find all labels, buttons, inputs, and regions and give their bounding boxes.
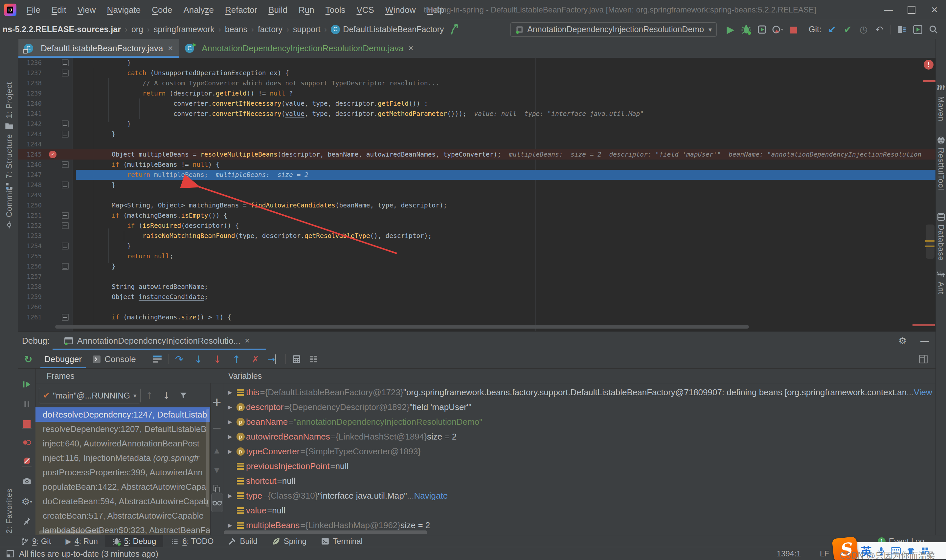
code-text[interactable]: converter.convertIfNecessary(value, type…: [76, 109, 935, 119]
breakpoint-icon[interactable]: ✓: [49, 151, 57, 158]
menu-item-edit[interactable]: Edit: [46, 0, 72, 20]
fold-marker-icon[interactable]: [62, 69, 69, 77]
gutter-icon-area[interactable]: [45, 302, 60, 312]
fold-area[interactable]: [60, 302, 70, 312]
fold-area[interactable]: [60, 88, 70, 98]
hide-panel-icon[interactable]: —: [920, 336, 929, 346]
status-widget[interactable]: LF: [820, 549, 829, 558]
variable-row[interactable]: value = null: [223, 503, 935, 518]
editor[interactable]: 1236 }1237 catch (UnsupportedOperationEx…: [18, 58, 935, 331]
code-line-1252[interactable]: 1252 if (isRequired(descriptor)) {: [18, 221, 935, 231]
error-stripe-mark[interactable]: [923, 80, 935, 82]
rollback-icon[interactable]: ↶: [871, 22, 887, 37]
filter-funnel-icon[interactable]: [175, 388, 192, 403]
fold-area[interactable]: [60, 282, 70, 292]
code-text[interactable]: [76, 139, 935, 149]
settings-grid-icon[interactable]: [306, 352, 321, 367]
gutter-icon-area[interactable]: [45, 119, 60, 129]
menu-item-file[interactable]: File: [21, 0, 46, 20]
remove-watch-icon[interactable]: −: [211, 421, 223, 435]
expand-arrow-icon[interactable]: ▶: [225, 522, 235, 529]
expand-arrow-icon[interactable]: ▶: [225, 492, 235, 499]
drop-frame-icon[interactable]: ✗: [248, 352, 263, 367]
fold-area[interactable]: [60, 129, 70, 139]
gutter-icon-area[interactable]: [45, 292, 60, 302]
menu-item-navigate[interactable]: Navigate: [102, 0, 146, 20]
code-area[interactable]: 1236 }1237 catch (UnsupportedOperationEx…: [18, 58, 935, 322]
fold-area[interactable]: [60, 68, 70, 78]
toolwindow-button-4-run[interactable]: ▶4: Run: [58, 535, 105, 547]
fold-area[interactable]: [60, 292, 70, 302]
variable-row[interactable]: ▶pautowiredBeanNames = {LinkedHashSet@18…: [223, 429, 935, 444]
expand-arrow-icon[interactable]: ▶: [225, 389, 235, 396]
code-line-1257[interactable]: 1257: [18, 271, 935, 282]
stop-icon[interactable]: ■: [786, 22, 801, 37]
code-text[interactable]: raiseNoMatchingBeanFound(type, descripto…: [76, 231, 935, 241]
fold-area[interactable]: [60, 78, 70, 88]
fold-area[interactable]: [60, 211, 70, 221]
minimize-button[interactable]: —: [877, 0, 900, 20]
line-number[interactable]: 1245: [18, 149, 45, 160]
run-to-cursor-icon[interactable]: →▏: [267, 352, 282, 367]
expand-arrow-icon[interactable]: ▶: [225, 404, 235, 411]
menu-item-build[interactable]: Build: [263, 0, 293, 20]
camera-icon[interactable]: [18, 473, 35, 489]
frame-row[interactable]: inject:116, InjectionMetadata (org.sprin…: [35, 451, 210, 465]
code-text[interactable]: }: [76, 119, 935, 129]
fold-area[interactable]: [60, 190, 70, 200]
code-text[interactable]: return multipleBeans; multipleBeans: siz…: [76, 170, 935, 180]
code-text[interactable]: if (isRequired(descriptor)) {: [76, 221, 935, 231]
rerun-icon[interactable]: ↻: [21, 352, 36, 367]
code-text[interactable]: if (matchingBeans.isEmpty()) {: [76, 211, 935, 221]
gutter-icon-area[interactable]: [45, 231, 60, 241]
frame-row[interactable]: doCreateBean:594, AbstractAutowireCapab: [35, 494, 210, 508]
code-line-1242[interactable]: 1242 }: [18, 119, 935, 129]
variable-row[interactable]: ▶this = {DefaultListableBeanFactory@1723…: [223, 385, 935, 400]
code-text[interactable]: }: [76, 241, 935, 251]
code-text[interactable]: String autowiredBeanName;: [76, 282, 935, 292]
toolwindow-button-build[interactable]: Build: [221, 535, 264, 547]
frames-vertical-scrollbar[interactable]: [206, 409, 209, 507]
code-text[interactable]: Object instanceCandidate;: [76, 292, 935, 302]
gutter-icon-area[interactable]: [45, 221, 60, 231]
variable-row[interactable]: ▶pdescriptor = {DependencyDescriptor@189…: [223, 400, 935, 415]
frame-row[interactable]: resolveDependency:1207, DefaultListableB: [35, 422, 210, 436]
menu-item-analyze[interactable]: Analyze: [178, 0, 219, 20]
fold-area[interactable]: [60, 149, 70, 160]
line-number[interactable]: 1244: [18, 139, 45, 149]
fold-area[interactable]: [60, 200, 70, 211]
gutter-icon-area[interactable]: [45, 129, 60, 139]
code-line-1255[interactable]: 1255 return null;: [18, 251, 935, 261]
variable-row[interactable]: shortcut = null: [223, 474, 935, 488]
fold-area[interactable]: [60, 119, 70, 129]
line-number[interactable]: 1261: [18, 312, 45, 322]
fold-area[interactable]: [60, 180, 70, 190]
line-number[interactable]: 1253: [18, 231, 45, 241]
variable-row[interactable]: ▶ptypeConverter = {SimpleTypeConverter@1…: [223, 444, 935, 459]
variable-row[interactable]: ▶pbeanName = "annotationDependencyInject…: [223, 415, 935, 429]
gutter-icon-area[interactable]: [45, 241, 60, 251]
warning-stripe-mark[interactable]: [925, 240, 935, 242]
close-icon[interactable]: ✕: [244, 337, 250, 345]
force-step-into-icon[interactable]: ↓: [210, 352, 225, 367]
thread-selector[interactable]: ✔ "main"@...RUNNING ▾: [39, 388, 140, 403]
pause-icon[interactable]: [18, 396, 35, 412]
step-out-icon[interactable]: ↑: [229, 352, 244, 367]
code-text[interactable]: // A custom TypeConverter which does not…: [76, 78, 935, 88]
code-line-1251[interactable]: 1251 if (matchingBeans.isEmpty()) {: [18, 211, 935, 221]
code-text[interactable]: return null;: [76, 251, 935, 261]
code-line-1254[interactable]: 1254 }: [18, 241, 935, 251]
fold-area[interactable]: [60, 139, 70, 149]
update-project-icon[interactable]: ↙: [824, 22, 840, 37]
line-number[interactable]: 1237: [18, 68, 45, 78]
fold-area[interactable]: [60, 109, 70, 119]
line-number[interactable]: 1250: [18, 200, 45, 211]
sidebar-item--structure[interactable]: 7: Structure: [0, 134, 18, 191]
recent-locations-icon[interactable]: [894, 22, 910, 37]
move-up-icon[interactable]: ▲: [211, 443, 223, 458]
status-widget[interactable]: 1394:1: [777, 549, 801, 558]
line-number[interactable]: 1239: [18, 88, 45, 98]
breadcrumb-item[interactable]: support: [293, 25, 320, 34]
gutter-icon-area[interactable]: [45, 200, 60, 211]
gutter-icon-area[interactable]: [45, 139, 60, 149]
